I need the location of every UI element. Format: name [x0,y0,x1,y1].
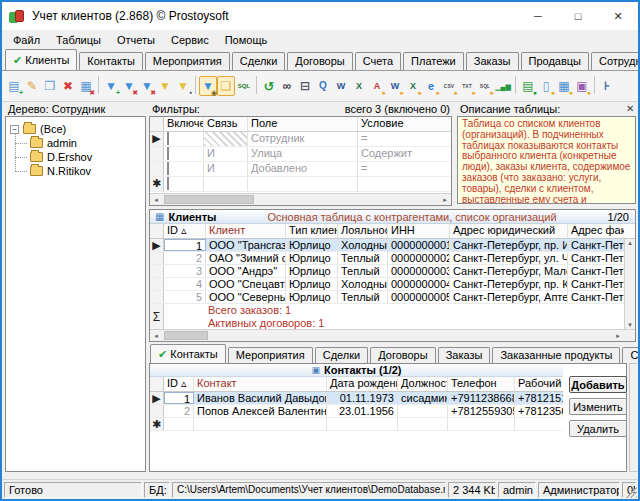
tab-contacts[interactable]: Контакты [79,52,143,70]
tab-employees[interactable]: Сотрудники [591,52,640,70]
filter-enabled-checkbox[interactable] [167,162,169,175]
window-settings-icon[interactable]: ▣● [573,76,591,96]
client-cell[interactable]: 0000000002 [388,252,450,264]
scroll-left-icon[interactable]: ◂ [150,194,162,205]
client-cell[interactable]: Санкт-Пет [568,252,624,264]
filter-delete-icon[interactable]: ▼✖ [120,76,138,96]
contact-cell[interactable]: сисадмин [398,392,448,404]
export-excel-icon[interactable]: X▸ [404,76,422,96]
word-template-icon[interactable]: W [332,76,350,96]
delete-record-icon[interactable]: ✖ [59,76,77,96]
column-header-3[interactable]: Лояльность [338,224,388,238]
tab-payments[interactable]: Платежи [403,52,464,70]
export-csv-icon[interactable]: CSV▸ [440,76,458,96]
client-cell[interactable]: 3 [164,265,206,277]
menu-tables[interactable]: Таблицы [48,32,109,48]
excel-template-icon[interactable]: X [350,76,368,96]
client-row-4[interactable]: 4ООО "Спецавтомат"ЮрлицоХолодный00000000… [150,278,635,291]
filter-delete-all-icon[interactable]: ▼✖ [138,76,156,96]
menu-help[interactable]: Помощь [217,32,276,48]
column-header-0[interactable]: ID ▵ [164,377,194,391]
column-header[interactable]: Включен [164,117,204,131]
filter-field-cell[interactable]: Добавлено [248,162,358,176]
client-cell[interactable]: Теплый [338,252,388,264]
filters-horizontal-scrollbar[interactable]: ◂▸ [150,193,451,205]
export-acrobat-icon[interactable]: A▸ [368,76,386,96]
menu-file[interactable]: Файл [5,32,48,48]
client-cell[interactable]: ООО "Трансгаз" [206,239,286,251]
filter-condition-cell[interactable]: = [358,162,451,176]
column-header[interactable]: Связь [204,117,248,131]
client-cell[interactable]: Санкт-Пет [568,239,624,251]
client-cell[interactable]: Юрлицо [286,252,338,264]
column-header[interactable]: Условие [358,117,451,131]
clients-vertical-scrollbar[interactable]: ▴ ▾ [624,239,635,329]
client-cell[interactable]: 0000000003 [388,265,450,277]
filter-save-icon[interactable]: ▼▪ [174,76,192,96]
tree-root-label[interactable]: (Все) [40,123,66,135]
column-header-1[interactable]: Контакт [194,377,327,391]
client-cell[interactable]: 0000000005 [388,291,450,303]
contact-cell[interactable]: +78125593054 [448,405,515,417]
preview-icon[interactable]: Q [314,76,332,96]
tab-invoices[interactable]: Счета [622,347,640,363]
tree-node-admin[interactable]: admin [28,136,143,150]
column-header-0[interactable]: ID ▵ [164,224,206,238]
filter-row[interactable]: ▶Сотрудник= [150,132,451,147]
scroll-down-icon[interactable]: ▾ [628,321,632,329]
contact-cell[interactable]: +78121512 [515,392,563,404]
tab-sellers[interactable]: Продавцы [521,52,590,70]
tab-ordered-products[interactable]: Заказанные продукты [492,347,620,363]
delete-button[interactable]: Удалить [569,420,627,437]
client-cell[interactable]: Санкт-Петербург, Аптекарск [450,291,568,303]
tab-events[interactable]: Мероприятия [145,52,230,70]
client-cell[interactable]: Юрлицо [286,265,338,277]
tab-contracts[interactable]: Договоры [287,52,352,70]
filter-new-row[interactable]: ✱ [150,177,451,192]
tab-events[interactable]: Мероприятия [228,347,313,363]
scroll-up-icon[interactable]: ▴ [628,239,632,247]
contacts-vertical-scrollbar[interactable] [629,363,640,472]
column-header-5[interactable]: Рабочий те [515,377,563,391]
contact-cell[interactable] [398,405,448,417]
export-sql-icon[interactable]: SQL▸ [476,76,494,96]
contact-cell[interactable]: 2 [164,405,194,417]
report-form-icon[interactable]: ▯● [537,76,555,96]
filter-row[interactable]: ИУлицаСодержит [150,147,451,162]
client-cell[interactable]: 4 [164,278,206,290]
tab-contacts[interactable]: ✔Контакты [150,344,226,363]
contact-cell[interactable]: 23.01.1956 [327,405,398,417]
column-header-3[interactable]: Должность [398,377,448,391]
scrollbar-track[interactable] [162,330,612,341]
tab-invoices[interactable]: Счета [355,52,401,70]
client-cell[interactable]: 5 [164,291,206,303]
client-cell[interactable]: Санкт-Пет [568,291,624,303]
column-header-2[interactable]: Дата рождения [327,377,398,391]
contact-cell[interactable]: Попов Алексей Валентинович [194,405,327,417]
table-settings-icon[interactable]: ▦● [555,76,573,96]
client-cell[interactable]: ООО "Северный Бриг" [206,291,286,303]
tab-deals[interactable]: Сделки [232,52,286,70]
client-cell[interactable]: Юрлицо [286,278,338,290]
copy-record-icon[interactable]: ❐ [41,76,59,96]
filter-link-cell[interactable]: И [204,147,248,161]
client-cell[interactable]: Санкт-Петербург, пр. Космо [450,278,568,290]
column-header-5[interactable]: Адрес юридический [450,224,568,238]
clients-horizontal-scrollbar[interactable]: ◂ ▸ [150,329,624,341]
client-cell[interactable]: ОАО "Зимний сад" [206,252,286,264]
contact-cell[interactable]: Иванов Василий Давыдович [194,392,327,404]
edit-button[interactable]: Изменить [569,398,627,415]
tree-node-d-ershov[interactable]: D.Ershov [28,150,143,164]
scroll-left-icon[interactable]: ◂ [150,330,162,341]
filter-condition-cell[interactable]: = [358,132,451,146]
column-header[interactable]: Поле [248,117,358,131]
export-html-icon[interactable]: e▸ [422,76,440,96]
contact-cell[interactable]: 1 [164,392,194,404]
minimize-icon[interactable]: ─ [518,2,558,30]
filter-enabled-checkbox[interactable] [167,132,169,145]
contact-cell[interactable]: 01.11.1973 [327,392,398,404]
delete-table-record-icon[interactable]: ▦✖ [77,76,95,96]
record-form-icon[interactable]: ▤● [519,76,537,96]
menu-service[interactable]: Сервис [163,32,217,48]
contact-row-1[interactable]: ▶1Иванов Василий Давыдович01.11.1973сиса… [150,392,563,405]
